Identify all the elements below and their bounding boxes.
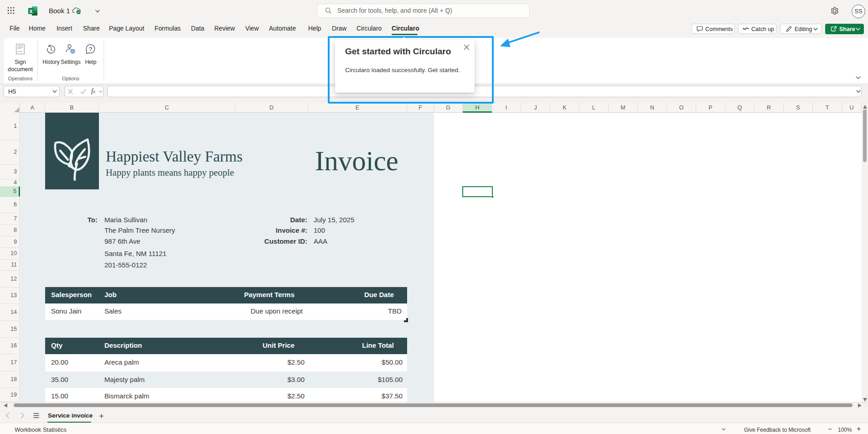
svg-text:?: ? bbox=[88, 46, 92, 52]
svg-text:X: X bbox=[29, 9, 33, 14]
